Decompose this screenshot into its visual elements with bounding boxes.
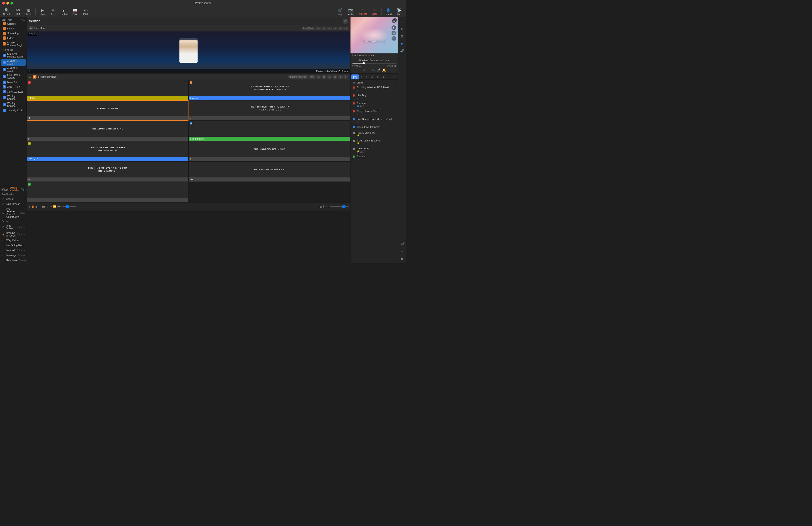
list-item-intro-video[interactable]: □ Intro Video Sample [0, 223, 27, 231]
slide-3[interactable]: STANDS WITH ME 3 [27, 100, 188, 121]
sidebar-item-default[interactable]: Default [1, 26, 26, 31]
macro-video-lighting[interactable]: Video Lighting Scene 💡 [351, 138, 397, 146]
collapse-library-button[interactable]: ∧ [23, 18, 25, 21]
search-button[interactable]: 🔍 Search [2, 7, 12, 16]
sidebar-item-weekly1[interactable]: ≡ Weekly Service [1, 94, 26, 101]
macro-clear-safe[interactable]: Clear Safe ⚡ 📷 🎵 [351, 146, 397, 154]
macro-lower-third[interactable]: Cody's Lower Third ♪ [351, 109, 397, 116]
intro-video-ctrl-6[interactable]: ▷ [344, 27, 348, 30]
traffic-lights[interactable] [2, 2, 13, 4]
transport-vol[interactable]: 🔔 [382, 69, 386, 72]
breathe-ctrl-2[interactable]: ⊡ [322, 75, 326, 78]
list-item-handoff[interactable]: □ Handoff Sample [0, 248, 27, 253]
list-item-not-going-back[interactable]: □ Not Going Back [0, 243, 27, 248]
add-item-button[interactable]: + [26, 188, 27, 191]
ctrl-next[interactable]: ⏭ [39, 205, 41, 208]
list-item-runthrough[interactable]: □ Run-through [0, 201, 27, 207]
intro-video-ctrl-2[interactable]: ⊡ [322, 27, 326, 30]
add-slide-button[interactable]: + [29, 205, 30, 208]
slide-5[interactable]: THE LIONHEARTED KING 5 [27, 121, 188, 141]
tab-audio[interactable]: ♪ [359, 74, 364, 79]
breathe-ctrl-6[interactable]: ▷ [344, 75, 348, 78]
sidebar-item-live-stream-setups[interactable]: ≡ Live Stream Setups [1, 73, 26, 80]
speed-slider[interactable] [62, 206, 76, 207]
transport-play-pause[interactable]: ⏸ [367, 69, 370, 72]
right-icon-music[interactable]: ♪ [399, 18, 405, 25]
preview-close-x[interactable]: ✕ [392, 19, 396, 23]
update-available-link[interactable]: Update Available [10, 187, 19, 192]
breathe-ctrl-4[interactable]: ⊡ [333, 75, 337, 78]
reflow-button[interactable]: ⇄ Reflow [59, 7, 69, 16]
transport-forward[interactable]: ↪ [372, 69, 375, 72]
right-icon-play[interactable]: ▶ [399, 40, 405, 47]
show-button[interactable]: ▶ Show [38, 7, 47, 16]
ctrl-prev[interactable]: ⏮ [42, 205, 45, 208]
layout-list-btn[interactable]: ≡ [325, 205, 327, 208]
attach-icon[interactable]: 📎 [21, 188, 24, 191]
list-item-message[interactable]: □ Message Sample [0, 253, 27, 258]
right-icon-o[interactable]: ○ [399, 248, 405, 254]
breathe-ctrl-cmd[interactable]: ⌘C [309, 75, 315, 78]
tab-up[interactable]: ↑ [364, 74, 369, 79]
sidebar-item-jun19[interactable]: ≡ June 19, 2022 [1, 89, 26, 94]
right-icon-image[interactable]: 🖼 [399, 241, 405, 247]
breathe-ctrl-3[interactable]: ⊡ [327, 75, 332, 78]
slide-1[interactable]: I 1 Intro [27, 80, 188, 100]
sidebar-item-aug21[interactable]: ≡ August 21, 2022 [1, 59, 26, 66]
macro-startup[interactable]: Startup ⏻ [351, 154, 397, 162]
preview-vol-button[interactable]: 🔊 [392, 31, 396, 35]
sidebar-item-main-set[interactable]: ≡ Main Set [1, 80, 26, 85]
slide-4[interactable]: THE FIGHTER FOR THE WEARYTHE LAMB OF GOD… [188, 100, 350, 121]
transport-rewind[interactable]: ↩ [362, 69, 365, 72]
service-gear-button[interactable]: ⚙ [343, 18, 348, 24]
tab-macros[interactable]: [M] [351, 74, 359, 79]
ctrl-forward[interactable]: ⏩ [53, 205, 56, 208]
macro-livestream-music[interactable]: Live Stream Safe Music Playlist ♪ [351, 117, 397, 124]
intro-video-ctrl-3[interactable]: ⊡ [327, 27, 332, 30]
slide-11[interactable]: C [27, 182, 188, 202]
preview-info-button[interactable]: i [392, 36, 396, 41]
ctrl-play-pause[interactable]: ⏸ [31, 205, 34, 208]
tab-add-button[interactable]: + [392, 74, 397, 79]
sidebar-item-weekly2[interactable]: ≡ Weekly Service [1, 101, 26, 108]
minimize-button[interactable] [6, 2, 9, 4]
slide-7[interactable]: S THE GLORY OF THE FATHERTHE POWER OF 7 … [27, 141, 188, 161]
macros-add-button[interactable]: + [394, 81, 395, 84]
right-icon-video[interactable]: ▣ [399, 255, 405, 262]
slide-9[interactable]: THE KING OF EVERY KINGDOMTHE CHAMPION 9 [27, 161, 188, 182]
tab-send[interactable]: ➤ [375, 74, 381, 79]
text-button[interactable]: Aa Text [13, 7, 23, 16]
right-icon-vol[interactable]: 🔊 [399, 47, 405, 54]
live-button[interactable]: 📡 Live [394, 7, 404, 16]
tab-clock[interactable]: ⏱ [369, 74, 375, 79]
breathe-ctrl-5[interactable]: ⊙ [338, 75, 343, 78]
default-button[interactable]: 👤 Default [383, 7, 393, 16]
fullscreen-button[interactable] [11, 2, 13, 4]
macro-preshow[interactable]: Pre-show 👥 ⚙ ⏱ [351, 101, 397, 108]
macro-scrolling-weather[interactable]: Scrolling Weather RSS Feed ♪ [351, 85, 397, 93]
sidebar-item-sample[interactable]: Sample [1, 21, 26, 26]
intro-video-ctrl-4[interactable]: ⊡ [333, 27, 337, 30]
stage-button[interactable]: ○ Stage [369, 7, 379, 16]
bible-button[interactable]: 📖 Bible [70, 7, 80, 16]
zoom-slider[interactable] [330, 206, 348, 207]
ctrl-grid[interactable]: ⊞ [35, 205, 38, 208]
right-icon-send[interactable]: ➤ [399, 26, 405, 32]
list-item-way-maker[interactable]: □ Way Maker [0, 238, 27, 243]
layout-grid-btn[interactable]: ⊞ [319, 205, 322, 208]
sidebar-item-sim-live[interactable]: ≡ Sim-Live Release Event [1, 52, 26, 59]
layout-text-btn[interactable]: T [323, 205, 324, 208]
edit-button[interactable]: ✏ Edit [48, 7, 58, 16]
list-item-host-moment[interactable]: □ Host Moment Sample [0, 263, 27, 263]
list-item-response[interactable]: □ Response Sample [0, 258, 27, 263]
ctrl-loop[interactable]: ↺ [50, 205, 52, 208]
store-button[interactable]: 🛒 Store [335, 7, 345, 16]
layout-zoom-btn[interactable]: ○ [328, 205, 330, 208]
macro-countdown-graphics[interactable]: Countdown Graphics [351, 124, 397, 130]
slide-6[interactable]: S 6 Turnaround [188, 121, 350, 141]
library-actions[interactable]: + ∧ [20, 18, 25, 21]
transport-progress[interactable] [352, 63, 396, 64]
preview-play-button[interactable]: ▶ [392, 25, 396, 30]
sidebar-item-aug7[interactable]: ≡ August 7, 2022 [1, 66, 26, 73]
sidebar-item-jul31[interactable]: ≡ July 31, 2022 [1, 108, 26, 113]
